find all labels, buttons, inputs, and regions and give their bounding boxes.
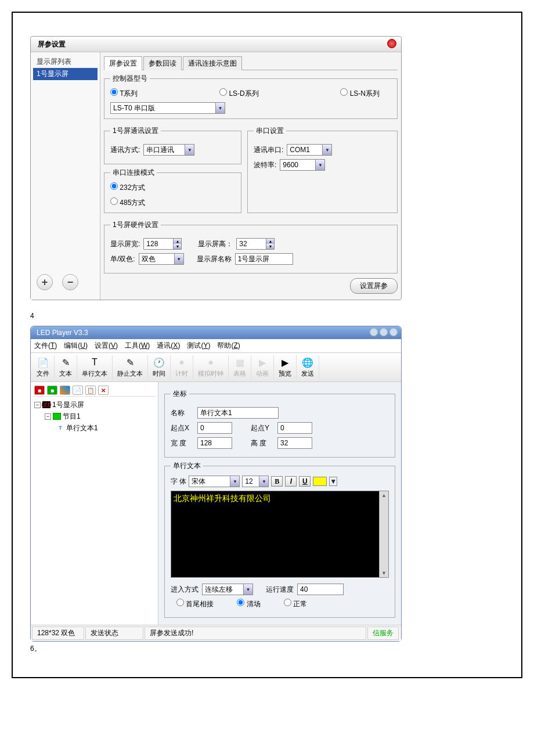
spin-down-icon[interactable]: ▼	[174, 244, 181, 249]
spin-up-icon[interactable]: ▲	[174, 239, 181, 244]
chevron-down-icon[interactable]	[243, 584, 252, 595]
minimize-icon[interactable]	[370, 328, 378, 336]
toolbar-label: 文件	[37, 369, 49, 378]
radio-t-series[interactable]: T系列	[110, 88, 138, 99]
add-screen-button[interactable]: +	[37, 274, 53, 290]
enter-combo[interactable]	[202, 584, 253, 595]
h-input[interactable]	[277, 437, 312, 449]
sidebar-item-screen1[interactable]: 1号显示屏	[33, 68, 98, 80]
chevron-down-icon[interactable]	[259, 476, 268, 487]
dialog-title: 屏参设置	[31, 37, 401, 52]
tree-tool-3-icon[interactable]	[60, 386, 70, 395]
tab-screen-params[interactable]: 屏参设置	[104, 56, 142, 70]
font-combo[interactable]	[189, 476, 240, 487]
toolbar-icon: 🌐	[302, 357, 313, 368]
radio-485[interactable]: 485方式	[110, 199, 145, 207]
spin-down-icon[interactable]: ▼	[266, 244, 274, 249]
text-preview[interactable]: 北京神州祥升科技有限公司	[171, 491, 389, 578]
toolbar-发送[interactable]: 🌐发送	[297, 355, 319, 379]
delete-icon[interactable]: ✕	[98, 386, 109, 395]
tree-tool-1-icon[interactable]: ■	[34, 386, 45, 395]
color-chevron-icon[interactable]	[329, 477, 337, 486]
menu-通讯[interactable]: 通讯(X)	[157, 341, 180, 351]
port-input[interactable]	[287, 145, 322, 155]
italic-button[interactable]: I	[285, 476, 297, 487]
toolbar-单行文本[interactable]: T单行文本	[77, 355, 113, 379]
toolbar-文本[interactable]: ✎文本	[55, 355, 77, 379]
tab-conn-diagram[interactable]: 通讯连接示意图	[183, 56, 242, 70]
tree-collapse-icon[interactable]: −	[45, 413, 51, 420]
property-pane: 坐标 名称 起点X 起点Y 宽 度 高 度	[158, 382, 401, 625]
chevron-down-icon[interactable]	[185, 145, 194, 155]
x-input[interactable]	[197, 422, 232, 434]
color-input[interactable]	[139, 254, 174, 264]
chevron-down-icon[interactable]	[230, 476, 239, 487]
close-icon[interactable]	[387, 39, 396, 48]
size-input[interactable]	[243, 476, 259, 487]
spin-up-icon[interactable]: ▲	[266, 239, 274, 244]
tree-tool-2-icon[interactable]: ■	[47, 386, 57, 395]
copy-icon[interactable]: 📄	[73, 386, 83, 395]
width-input[interactable]	[144, 239, 173, 249]
color-combo[interactable]	[139, 253, 184, 265]
menu-工具[interactable]: 工具(W)	[125, 341, 150, 351]
menu-测试[interactable]: 测试(Y)	[187, 341, 210, 351]
bold-button[interactable]: B	[271, 476, 283, 487]
color-swatch[interactable]	[313, 477, 327, 486]
toolbar-icon: ●	[205, 357, 217, 368]
screen-name-input[interactable]	[235, 253, 293, 265]
menu-文件[interactable]: 文件(T)	[34, 341, 57, 351]
x-label: 起点X	[171, 423, 194, 433]
radio-normal[interactable]: 正常	[284, 599, 307, 609]
radio-lsd-series[interactable]: LS-D系列	[219, 88, 259, 99]
toolbar-label: 静止文本	[117, 369, 143, 378]
maximize-icon[interactable]	[380, 328, 388, 336]
controller-model-combo[interactable]	[110, 102, 225, 114]
preview-scrollbar[interactable]	[379, 491, 388, 577]
tab-read-params[interactable]: 参数回读	[143, 56, 182, 70]
port-combo[interactable]	[287, 144, 332, 156]
height-spinner[interactable]: ▲▼	[236, 238, 275, 250]
font-input[interactable]	[189, 476, 230, 487]
set-params-button[interactable]: 设置屏参	[350, 278, 398, 294]
y-input[interactable]	[277, 422, 312, 434]
w-input[interactable]	[197, 437, 232, 449]
tree-node-program[interactable]: − 节目1	[33, 411, 156, 422]
toolbar-静止文本[interactable]: ✎静止文本	[113, 355, 148, 379]
menu-设置[interactable]: 设置(V)	[95, 341, 118, 351]
comm-mode-input[interactable]	[144, 145, 185, 155]
underline-button[interactable]: U	[299, 476, 311, 487]
name-input[interactable]	[197, 407, 279, 419]
menu-帮助[interactable]: 帮助(Z)	[217, 341, 240, 351]
comm-mode-combo[interactable]	[143, 144, 194, 156]
paste-icon[interactable]: 📋	[85, 386, 96, 395]
tree-node-screen[interactable]: − LED 1号显示屏	[33, 399, 156, 411]
tree-node-text[interactable]: T 单行文本1	[33, 422, 156, 434]
radio-head-tail[interactable]: 首尾相接	[176, 599, 214, 609]
chevron-down-icon[interactable]	[315, 160, 324, 170]
toolbar-文件[interactable]: 📄文件	[32, 355, 55, 379]
chevron-down-icon[interactable]	[215, 103, 225, 113]
menu-编辑[interactable]: 编辑(U)	[64, 341, 88, 351]
baud-input[interactable]	[280, 160, 315, 170]
controller-model-input[interactable]	[111, 103, 215, 113]
size-combo[interactable]	[242, 476, 269, 487]
program-icon	[53, 413, 61, 420]
toolbar-预览[interactable]: ▶预览	[274, 355, 297, 379]
tree-collapse-icon[interactable]: −	[34, 402, 41, 408]
height-input[interactable]	[237, 239, 266, 249]
enter-input[interactable]	[203, 584, 243, 595]
radio-lsn-series[interactable]: LS-N系列	[340, 88, 380, 99]
close-icon[interactable]	[389, 328, 398, 336]
radio-232[interactable]: 232方式	[110, 183, 145, 192]
chevron-down-icon[interactable]	[322, 145, 331, 155]
radio-clear[interactable]: 清场	[237, 599, 260, 609]
remove-screen-button[interactable]: −	[62, 274, 78, 290]
toolbar-时间[interactable]: 🕐时间	[148, 355, 171, 379]
width-spinner[interactable]: ▲▼	[143, 238, 182, 250]
speed-input[interactable]	[297, 584, 344, 595]
baud-combo[interactable]	[280, 159, 325, 171]
chevron-down-icon[interactable]	[174, 254, 183, 264]
tree-screen-label: 1号显示屏	[52, 399, 84, 411]
width-label: 显示屏宽:	[110, 239, 140, 249]
